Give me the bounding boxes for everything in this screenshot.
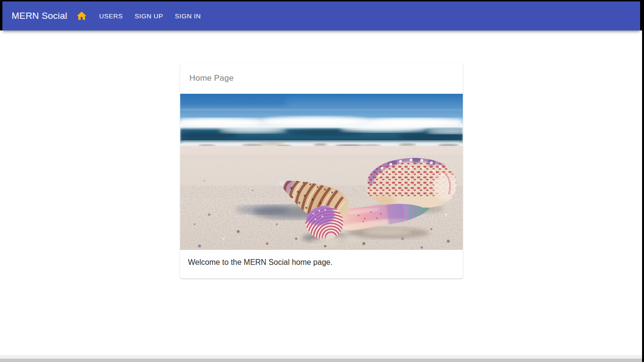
letterbox-right — [642, 0, 644, 362]
nav-users-button[interactable]: USERS — [95, 9, 127, 24]
nav-signin-button[interactable]: SIGN IN — [171, 9, 205, 24]
letterbox-right-top — [640, 0, 644, 30]
card-title: Home Page — [180, 63, 463, 94]
letterbox-left — [0, 0, 2, 30]
letterbox-top — [0, 0, 644, 1]
main-nav: USERS SIGN UP SIGN IN — [94, 9, 206, 24]
home-card: Home Page — [180, 63, 463, 278]
nav-signup-button[interactable]: SIGN UP — [131, 9, 167, 24]
app-title: MERN Social — [12, 11, 67, 21]
seashells-beach-photo — [180, 94, 463, 250]
horizontal-scrollbar[interactable] — [0, 355, 642, 359]
bottom-bar — [0, 359, 642, 362]
home-button[interactable] — [74, 8, 89, 24]
card-caption: Welcome to the MERN Social home page. — [180, 250, 463, 278]
home-icon — [76, 10, 87, 22]
app-bar: MERN Social USERS SIGN UP SIGN IN — [2, 1, 640, 30]
